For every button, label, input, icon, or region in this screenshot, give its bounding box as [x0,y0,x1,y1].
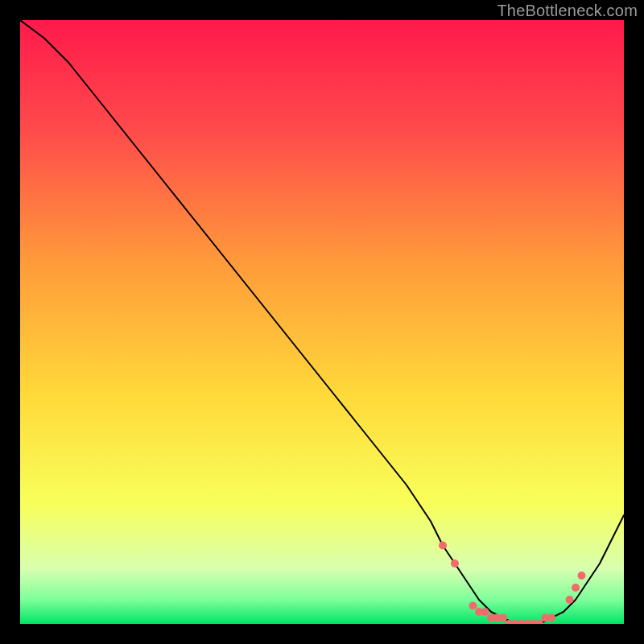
data-marker [499,614,507,622]
chart-container: TheBottleneck.com [0,0,644,644]
data-marker [481,608,489,616]
plot-area [20,20,624,624]
data-marker [566,596,574,604]
data-marker [439,542,447,550]
curve-plot [20,20,624,624]
data-marker [572,584,580,592]
data-marker [547,614,555,622]
data-marker [578,572,586,580]
attribution-watermark: TheBottleneck.com [497,2,638,20]
gradient-background [20,20,624,624]
data-marker [469,602,477,610]
data-marker [451,559,459,568]
